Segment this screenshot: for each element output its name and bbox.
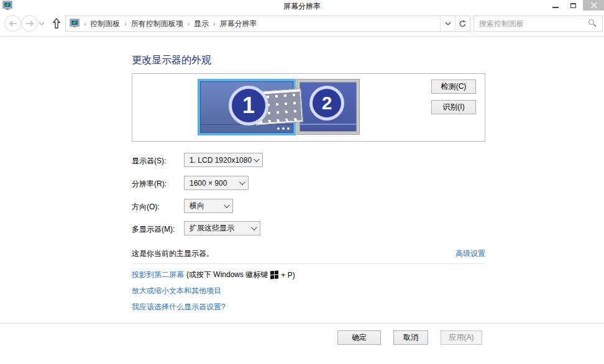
ok-button[interactable]: 确定 [337,330,381,345]
minimize-icon [552,7,559,8]
multiple-displays-label: 多显示器(M): [132,224,175,235]
forward-button[interactable] [21,15,38,32]
refresh-icon [459,20,467,28]
cancel-button[interactable]: 取消 [393,330,428,345]
address-dropdown-button[interactable] [440,16,455,31]
orientation-select[interactable]: 横向 [184,199,233,213]
minimize-button[interactable] [547,0,564,11]
maximize-icon [570,3,576,8]
project-hint-pre: (或按下 Windows 徽标键 [186,270,268,280]
display-label: 显示器(S): [132,156,166,166]
chevron-down-icon [224,202,230,208]
multiple-displays-select[interactable]: 扩展这些显示 [184,221,260,235]
display-select[interactable]: 1. LCD 1920x1080 [184,153,263,167]
breadcrumb-control-panel[interactable]: 控制面板 [90,19,120,29]
search-input[interactable] [474,19,587,28]
chevron-down-icon [251,224,257,230]
breadcrumb-separator: › [209,20,219,27]
chevron-down-icon [445,22,451,25]
display-settings-help-link[interactable]: 我应该选择什么显示器设置? [132,302,226,312]
page-title: 更改显示器的外观 [132,54,211,67]
up-button[interactable] [52,17,61,30]
search-box [474,16,603,32]
title-bar: 屏幕分辨率 [0,0,604,11]
breadcrumb-display[interactable]: 显示 [194,19,209,29]
primary-display-note: 这是你当前的主显示器。 [132,248,214,259]
breadcrumb-separator: › [183,20,194,27]
close-button[interactable] [583,0,604,11]
monitor-2-number: 2 [309,86,344,121]
forward-arrow-icon [25,20,34,27]
navigation-toolbar: › 控制面板 › 所有控制面板项 › 显示 › 屏幕分辨率 [0,11,604,37]
chevron-down-icon [254,156,260,162]
window-title: 屏幕分辨率 [0,1,604,12]
resolution-label: 分辨率(R): [132,179,167,189]
close-icon [590,2,597,9]
detect-button[interactable]: 检测(C) [431,80,476,94]
section-divider [132,263,485,264]
footer-divider [0,323,604,324]
breadcrumb-screen-resolution[interactable]: 屏幕分辨率 [219,19,257,29]
identify-button[interactable]: 识别(I) [431,100,476,114]
breadcrumb-monitor-icon [70,19,80,29]
display-select-value: 1. LCD 1920x1080 [190,156,252,165]
apply-button: 应用(A) [441,330,482,345]
breadcrumb-separator: › [120,20,130,27]
project-second-screen-link[interactable]: 投影到第二屏幕 [132,270,184,280]
address-bar[interactable]: › 控制面板 › 所有控制面板项 › 显示 › 屏幕分辨率 [65,16,470,32]
resolution-select-value: 1600 × 900 [190,179,227,188]
chevron-down-icon [239,179,245,185]
recent-pages-chevron-icon[interactable] [39,22,45,25]
windows-logo-icon [270,271,278,280]
taskbar-dot [287,127,290,130]
make-text-larger-link[interactable]: 放大或缩小文本和其他项目 [132,286,221,296]
back-button[interactable] [4,15,21,32]
project-second-screen-row: 投影到第二屏幕 (或按下 Windows 徽标键 + P) [132,270,295,280]
resolution-select[interactable]: 1600 × 900 [184,176,249,190]
monitor-1-number: 1 [229,86,268,125]
orientation-select-value: 横向 [190,201,204,211]
refresh-button[interactable] [455,16,470,31]
taskbar-dot [277,127,280,130]
search-icon[interactable] [587,19,597,29]
monitor-2[interactable]: 2 [297,80,359,134]
breadcrumb-all-items[interactable]: 所有控制面板项 [131,19,183,29]
monitor-1[interactable]: 1 [198,79,296,135]
project-hint-post: + P) [281,271,295,280]
back-arrow-icon [9,20,17,27]
orientation-label: 方向(O): [132,202,160,212]
maximize-button[interactable] [564,0,582,11]
monitor-2-taskbar-line [300,124,356,125]
multiple-displays-select-value: 扩展这些显示 [190,223,234,234]
advanced-settings-link[interactable]: 高级设置 [455,248,485,259]
breadcrumb-separator: › [80,20,90,27]
taskbar-dot [282,127,285,130]
